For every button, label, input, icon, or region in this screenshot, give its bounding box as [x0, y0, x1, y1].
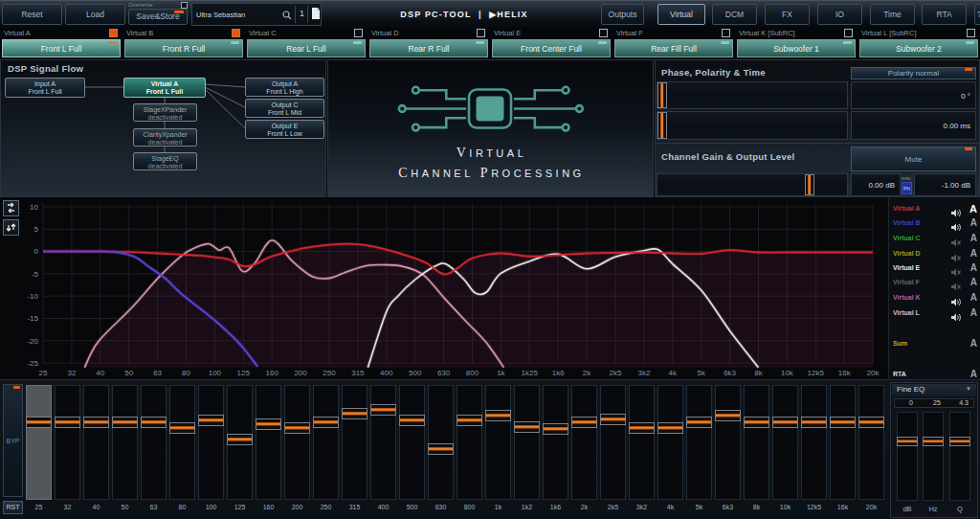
svg-text:1k6: 1k6 [552, 369, 565, 377]
svg-text:20k: 20k [867, 369, 880, 377]
svg-text:-15: -15 [27, 314, 38, 323]
svg-text:63: 63 [153, 369, 162, 377]
svg-text:6k3: 6k3 [724, 369, 736, 377]
svg-text:80: 80 [182, 369, 190, 377]
svg-text:8k: 8k [754, 369, 763, 377]
svg-text:-5: -5 [32, 270, 39, 279]
svg-text:40: 40 [96, 369, 104, 377]
svg-text:10: 10 [30, 203, 38, 212]
svg-text:-10: -10 [27, 292, 38, 301]
svg-text:3k2: 3k2 [637, 369, 650, 377]
svg-text:160: 160 [266, 369, 279, 377]
svg-text:4k: 4k [669, 369, 678, 377]
svg-text:10k: 10k [781, 369, 794, 377]
svg-text:250: 250 [323, 369, 336, 377]
svg-text:630: 630 [437, 369, 451, 377]
svg-text:-20: -20 [27, 337, 38, 346]
svg-text:5k: 5k [697, 369, 705, 377]
svg-text:2k: 2k [583, 369, 591, 377]
svg-text:200: 200 [294, 369, 307, 377]
svg-text:800: 800 [466, 369, 479, 377]
svg-text:16k: 16k [838, 369, 852, 377]
svg-text:-25: -25 [27, 359, 38, 368]
svg-text:100: 100 [209, 369, 222, 377]
svg-text:500: 500 [409, 369, 422, 377]
svg-text:50: 50 [124, 369, 133, 377]
svg-text:2k5: 2k5 [610, 369, 622, 377]
svg-text:1k25: 1k25 [522, 369, 539, 377]
svg-text:400: 400 [380, 369, 393, 377]
svg-text:315: 315 [351, 369, 365, 377]
svg-text:0: 0 [34, 247, 39, 256]
svg-text:12k5: 12k5 [808, 369, 825, 377]
svg-text:25: 25 [39, 369, 48, 377]
svg-text:1k: 1k [497, 369, 505, 377]
svg-text:32: 32 [67, 369, 76, 377]
svg-text:5: 5 [34, 225, 39, 234]
svg-text:125: 125 [237, 369, 251, 377]
